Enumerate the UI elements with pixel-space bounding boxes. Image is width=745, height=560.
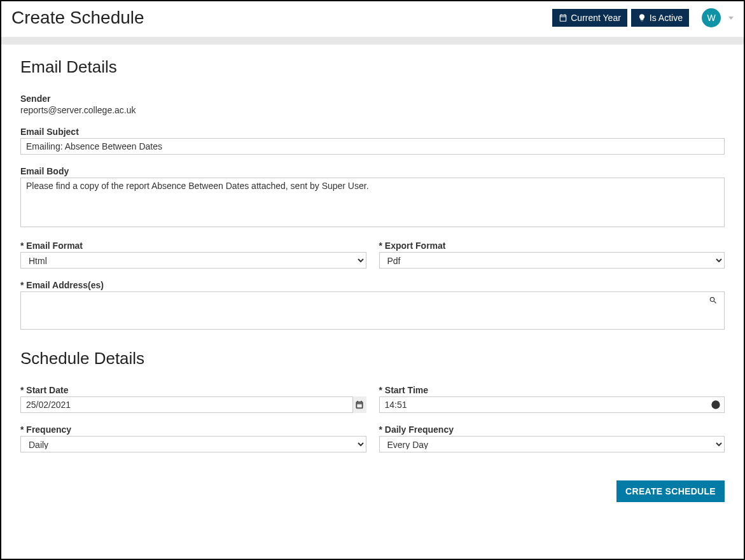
addresses-block: * Email Address(es) — [20, 280, 725, 330]
lightbulb-icon — [637, 13, 646, 22]
start-time-label: * Start Time — [379, 385, 725, 395]
calendar-picker-button[interactable] — [352, 396, 366, 413]
topbar-right: Current Year Is Active W — [552, 8, 734, 27]
schedule-details-heading: Schedule Details — [20, 349, 725, 368]
create-schedule-button[interactable]: CREATE SCHEDULE — [616, 480, 725, 502]
export-format-label: * Export Format — [379, 241, 725, 251]
is-active-label: Is Active — [650, 13, 683, 23]
start-time-block: * Start Time — [379, 385, 725, 413]
sender-block: Sender reports@server.college.ac.uk — [20, 94, 725, 115]
frequency-select[interactable]: Daily — [20, 436, 366, 452]
daily-frequency-select[interactable]: Every Day — [379, 436, 725, 452]
chevron-down-icon[interactable] — [728, 17, 734, 20]
email-format-block: * Email Format Html — [20, 241, 366, 269]
search-icon[interactable] — [709, 296, 718, 305]
addresses-input[interactable] — [20, 291, 725, 330]
format-row: * Email Format Html * Export Format Pdf — [20, 241, 725, 280]
clock-icon[interactable] — [711, 400, 721, 410]
subject-input[interactable] — [20, 138, 725, 155]
sender-label: Sender — [20, 94, 725, 104]
actions-row: CREATE SCHEDULE — [20, 480, 725, 502]
page-title: Create Schedule — [11, 8, 144, 28]
datetime-row: * Start Date * Start Time — [20, 385, 725, 424]
email-format-select[interactable]: Html — [20, 252, 366, 269]
subject-label: Email Subject — [20, 127, 725, 137]
export-format-select[interactable]: Pdf — [379, 252, 725, 269]
start-date-label: * Start Date — [20, 385, 366, 395]
start-date-input[interactable] — [20, 396, 366, 413]
current-year-label: Current Year — [571, 13, 621, 23]
calendar-icon — [355, 400, 364, 409]
start-time-input[interactable] — [379, 396, 725, 413]
daily-frequency-label: * Daily Frequency — [379, 424, 725, 435]
daily-frequency-block: * Daily Frequency Every Day — [379, 424, 725, 452]
frequency-row: * Frequency Daily * Daily Frequency Ever… — [20, 424, 725, 464]
topbar: Create Schedule Current Year Is Active W — [1, 1, 744, 37]
body-block: Email Body — [20, 166, 725, 229]
email-details-heading: Email Details — [20, 57, 725, 77]
body-textarea[interactable] — [20, 178, 725, 227]
email-format-label: * Email Format — [20, 241, 366, 251]
main-card: Email Details Sender reports@server.coll… — [8, 45, 737, 520]
avatar[interactable]: W — [702, 8, 721, 27]
frequency-label: * Frequency — [20, 424, 366, 435]
is-active-button[interactable]: Is Active — [631, 9, 689, 27]
start-date-block: * Start Date — [20, 385, 366, 413]
current-year-button[interactable]: Current Year — [552, 9, 627, 27]
body-label: Email Body — [20, 166, 725, 176]
frequency-block: * Frequency Daily — [20, 424, 366, 452]
separator — [1, 37, 744, 45]
addresses-label: * Email Address(es) — [20, 280, 725, 290]
calendar-icon — [559, 13, 567, 22]
export-format-block: * Export Format Pdf — [379, 241, 725, 269]
sender-value: reports@server.college.ac.uk — [20, 105, 136, 115]
subject-block: Email Subject — [20, 127, 725, 155]
